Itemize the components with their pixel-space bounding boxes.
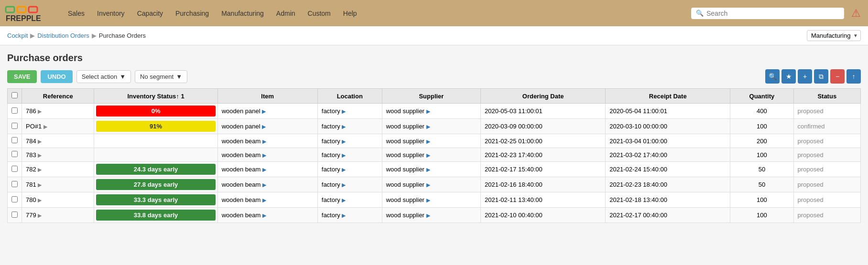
location-arrow[interactable]: ▶ <box>342 124 346 129</box>
row-checkbox-cell[interactable] <box>8 162 22 177</box>
location-arrow[interactable]: ▶ <box>342 182 346 188</box>
scenario-selector[interactable]: Manufacturing <box>807 30 861 41</box>
scenario-selector-wrapper[interactable]: Manufacturing <box>807 30 861 41</box>
nav-item-manufacturing[interactable]: Manufacturing <box>216 7 270 20</box>
col-header-item[interactable]: Item <box>217 89 317 104</box>
supplier-arrow[interactable]: ▶ <box>426 108 430 114</box>
row-checkbox-cell[interactable] <box>8 148 22 162</box>
row-checkbox[interactable] <box>11 151 18 157</box>
cell-ordering-date: 2021-02-23 17:40:00 <box>481 148 606 162</box>
row-checkbox[interactable] <box>11 137 18 143</box>
item-arrow[interactable]: ▶ <box>262 167 266 172</box>
reference-arrow[interactable]: ▶ <box>38 167 42 172</box>
select-all-header[interactable] <box>8 89 22 104</box>
table-row: 784 ▶wooden beam ▶factory ▶wood supplier… <box>8 134 861 148</box>
row-checkbox[interactable] <box>11 123 18 129</box>
nav-item-sales[interactable]: Sales <box>62 7 90 20</box>
star-button[interactable]: ★ <box>781 69 796 84</box>
col-header-ordering-date[interactable]: Ordering Date <box>481 89 606 104</box>
location-arrow[interactable]: ▶ <box>342 152 346 158</box>
cell-location: factory ▶ <box>317 208 382 223</box>
item-arrow[interactable]: ▶ <box>262 124 266 129</box>
nav-item-help[interactable]: Help <box>337 7 363 20</box>
nav-item-inventory[interactable]: Inventory <box>91 7 130 20</box>
reference-arrow[interactable]: ▶ <box>38 108 42 114</box>
row-checkbox[interactable] <box>11 166 18 172</box>
supplier-arrow[interactable]: ▶ <box>426 182 430 188</box>
cell-supplier: wood supplier ▶ <box>382 104 480 119</box>
col-header-reference[interactable]: Reference <box>22 89 94 104</box>
row-checkbox[interactable] <box>11 181 18 187</box>
supplier-arrow[interactable]: ▶ <box>426 138 430 144</box>
row-checkbox-cell[interactable] <box>8 119 22 134</box>
cell-item: wooden beam ▶ <box>217 177 317 192</box>
cell-inventory-status: 91% <box>94 119 217 134</box>
nav-item-capacity[interactable]: Capacity <box>131 7 169 20</box>
reference-arrow[interactable]: ▶ <box>38 197 42 203</box>
app-logo[interactable]: FREPPLE <box>5 4 57 23</box>
row-checkbox[interactable] <box>11 196 18 202</box>
supplier-arrow[interactable]: ▶ <box>426 124 430 129</box>
delete-button[interactable]: − <box>830 69 845 84</box>
item-arrow[interactable]: ▶ <box>262 138 266 144</box>
undo-button[interactable]: UNDO <box>41 70 72 83</box>
supplier-value: wood supplier <box>386 151 424 159</box>
add-button[interactable]: + <box>798 69 812 84</box>
supplier-arrow[interactable]: ▶ <box>426 167 430 172</box>
col-header-receipt-date[interactable]: Receipt Date <box>606 89 730 104</box>
row-checkbox[interactable] <box>11 212 18 218</box>
item-arrow[interactable]: ▶ <box>262 182 266 188</box>
search-input[interactable] <box>706 10 839 17</box>
nav-item-admin[interactable]: Admin <box>271 7 301 20</box>
row-checkbox-cell[interactable] <box>8 104 22 119</box>
upload-button[interactable]: ↑ <box>846 69 861 84</box>
col-header-status[interactable]: Status <box>793 89 861 104</box>
supplier-value: wood supplier <box>386 123 424 130</box>
cell-inventory-status <box>94 134 217 148</box>
no-segment-dropdown[interactable]: No segment ▼ <box>135 70 187 83</box>
reference-value: 779 <box>26 212 36 219</box>
alert-icon[interactable]: ⚠ <box>849 6 863 21</box>
search-bar[interactable]: 🔍 <box>691 8 844 19</box>
location-arrow[interactable]: ▶ <box>342 138 346 144</box>
location-arrow[interactable]: ▶ <box>342 212 346 218</box>
supplier-arrow[interactable]: ▶ <box>426 197 430 203</box>
cell-location: factory ▶ <box>317 148 382 162</box>
nav-item-purchasing[interactable]: Purchasing <box>170 7 215 20</box>
location-arrow[interactable]: ▶ <box>342 197 346 203</box>
col-header-inventory-status[interactable]: Inventory Status↑ 1 <box>94 89 217 104</box>
reference-arrow[interactable]: ▶ <box>43 124 47 129</box>
chevron-down-icon-2: ▼ <box>176 73 182 80</box>
item-arrow[interactable]: ▶ <box>262 197 266 203</box>
location-arrow[interactable]: ▶ <box>342 108 346 114</box>
row-checkbox-cell[interactable] <box>8 177 22 192</box>
row-checkbox[interactable] <box>11 107 18 114</box>
svg-rect-2 <box>29 7 37 12</box>
reference-arrow[interactable]: ▶ <box>38 138 42 144</box>
reference-arrow[interactable]: ▶ <box>38 212 42 218</box>
col-header-location[interactable]: Location <box>317 89 382 104</box>
save-button[interactable]: SAVE <box>7 70 37 83</box>
supplier-arrow[interactable]: ▶ <box>426 152 430 158</box>
supplier-arrow[interactable]: ▶ <box>426 212 430 218</box>
cell-quantity: 100 <box>730 119 793 134</box>
search-toggle-button[interactable]: 🔍 <box>765 69 780 84</box>
col-header-quantity[interactable]: Quantity <box>730 89 793 104</box>
reference-arrow[interactable]: ▶ <box>38 152 42 158</box>
breadcrumb-cockpit[interactable]: Cockpit <box>7 32 28 39</box>
location-arrow[interactable]: ▶ <box>342 167 346 172</box>
select-action-dropdown[interactable]: Select action ▼ <box>76 70 131 83</box>
item-arrow[interactable]: ▶ <box>262 108 266 114</box>
row-checkbox-cell[interactable] <box>8 208 22 223</box>
item-arrow[interactable]: ▶ <box>262 212 266 218</box>
nav-item-custom[interactable]: Custom <box>302 7 336 20</box>
row-checkbox-cell[interactable] <box>8 192 22 208</box>
copy-button[interactable]: ⧉ <box>814 69 828 84</box>
col-header-supplier[interactable]: Supplier <box>382 89 480 104</box>
breadcrumb-distribution-orders[interactable]: Distribution Orders <box>37 32 89 39</box>
cell-location: factory ▶ <box>317 192 382 208</box>
item-arrow[interactable]: ▶ <box>262 152 266 158</box>
reference-arrow[interactable]: ▶ <box>38 182 42 188</box>
select-all-checkbox[interactable] <box>11 92 18 98</box>
row-checkbox-cell[interactable] <box>8 134 22 148</box>
